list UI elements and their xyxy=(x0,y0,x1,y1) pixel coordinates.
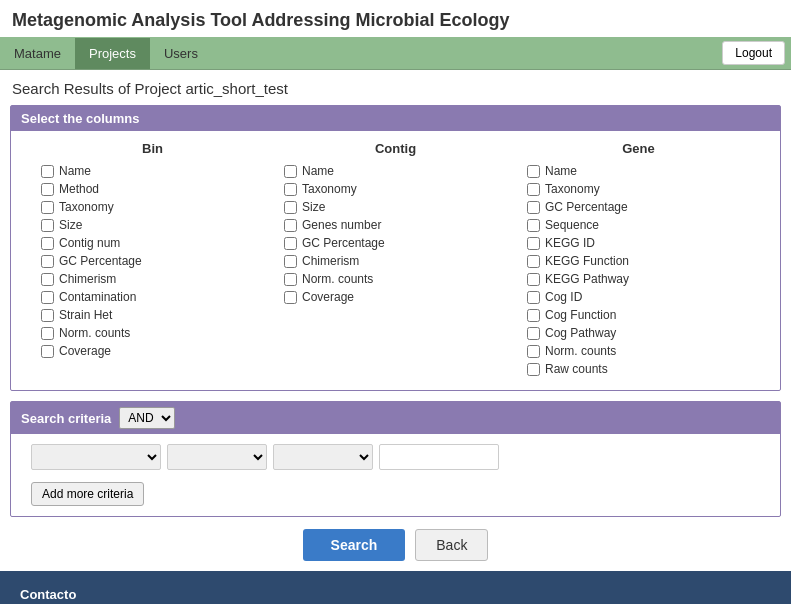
list-item: Name xyxy=(527,164,750,178)
list-item: Norm. counts xyxy=(527,344,750,358)
list-item: Name xyxy=(41,164,264,178)
gene-taxonomy-checkbox[interactable] xyxy=(527,183,540,196)
bin-size-checkbox[interactable] xyxy=(41,219,54,232)
gene-name-checkbox[interactable] xyxy=(527,165,540,178)
gene-gc-percentage-checkbox[interactable] xyxy=(527,201,540,214)
list-item: Method xyxy=(41,182,264,196)
search-criteria-panel-header: Search criteria AND OR xyxy=(11,402,780,434)
bin-gc-percentage-checkbox[interactable] xyxy=(41,255,54,268)
list-item: Coverage xyxy=(284,290,507,304)
and-or-select[interactable]: AND OR xyxy=(119,407,175,429)
criteria-text-input[interactable] xyxy=(379,444,499,470)
bin-strain-het-checkbox[interactable] xyxy=(41,309,54,322)
columns-panel-header: Select the columns xyxy=(11,106,780,131)
list-item: Taxonomy xyxy=(527,182,750,196)
list-item: Sequence xyxy=(527,218,750,232)
list-item: Contig num xyxy=(41,236,264,250)
bin-chimerism-checkbox[interactable] xyxy=(41,273,54,286)
contig-gc-percentage-checkbox[interactable] xyxy=(284,237,297,250)
bin-norm-counts-checkbox[interactable] xyxy=(41,327,54,340)
list-item: Chimerism xyxy=(41,272,264,286)
contig-coverage-checkbox[interactable] xyxy=(284,291,297,304)
contig-heading: Contig xyxy=(284,141,507,156)
list-item: Norm. counts xyxy=(41,326,264,340)
search-criteria-panel: Search criteria AND OR Add more criteria xyxy=(10,401,781,517)
bin-method-checkbox[interactable] xyxy=(41,183,54,196)
gene-kegg-id-checkbox[interactable] xyxy=(527,237,540,250)
contig-column-group: Contig Name Taxonomy Size Genes number G… xyxy=(274,141,517,380)
gene-cog-id-checkbox[interactable] xyxy=(527,291,540,304)
bin-heading: Bin xyxy=(41,141,264,156)
contig-size-checkbox[interactable] xyxy=(284,201,297,214)
page-subtitle: Search Results of Project artic_short_te… xyxy=(0,70,791,105)
list-item: Contamination xyxy=(41,290,264,304)
list-item: KEGG ID xyxy=(527,236,750,250)
list-item: GC Percentage xyxy=(284,236,507,250)
bin-column-group: Bin Name Method Taxonomy Size Contig num… xyxy=(31,141,274,380)
contig-name-checkbox[interactable] xyxy=(284,165,297,178)
contig-norm-counts-checkbox[interactable] xyxy=(284,273,297,286)
gene-cog-function-checkbox[interactable] xyxy=(527,309,540,322)
gene-kegg-function-checkbox[interactable] xyxy=(527,255,540,268)
contig-taxonomy-checkbox[interactable] xyxy=(284,183,297,196)
columns-panel: Select the columns Bin Name Method Taxon… xyxy=(10,105,781,391)
nav-tab-matame[interactable]: Matame xyxy=(0,38,75,69)
columns-panel-body: Bin Name Method Taxonomy Size Contig num… xyxy=(11,131,780,390)
footer: Contacto Centro Nacional de Biotecnologí… xyxy=(0,571,791,604)
list-item: Norm. counts xyxy=(284,272,507,286)
columns-grid: Bin Name Method Taxonomy Size Contig num… xyxy=(31,141,760,380)
contig-genes-number-checkbox[interactable] xyxy=(284,219,297,232)
bin-coverage-checkbox[interactable] xyxy=(41,345,54,358)
logout-button[interactable]: Logout xyxy=(722,41,785,65)
list-item: Chimerism xyxy=(284,254,507,268)
bin-contamination-checkbox[interactable] xyxy=(41,291,54,304)
nav-tab-users[interactable]: Users xyxy=(150,38,212,69)
list-item: Genes number xyxy=(284,218,507,232)
list-item: Cog ID xyxy=(527,290,750,304)
list-item: GC Percentage xyxy=(41,254,264,268)
gene-norm-counts-checkbox[interactable] xyxy=(527,345,540,358)
gene-column-group: Gene Name Taxonomy GC Percentage Sequenc… xyxy=(517,141,760,380)
nav-tab-projects[interactable]: Projects xyxy=(75,38,150,69)
list-item: KEGG Pathway xyxy=(527,272,750,286)
list-item: Taxonomy xyxy=(284,182,507,196)
gene-kegg-pathway-checkbox[interactable] xyxy=(527,273,540,286)
gene-sequence-checkbox[interactable] xyxy=(527,219,540,232)
list-item: Cog Function xyxy=(527,308,750,322)
list-item: Strain Het xyxy=(41,308,264,322)
gene-heading: Gene xyxy=(527,141,750,156)
search-button[interactable]: Search xyxy=(303,529,406,561)
list-item: Taxonomy xyxy=(41,200,264,214)
list-item: Cog Pathway xyxy=(527,326,750,340)
gene-cog-pathway-checkbox[interactable] xyxy=(527,327,540,340)
contig-chimerism-checkbox[interactable] xyxy=(284,255,297,268)
add-more-criteria-button[interactable]: Add more criteria xyxy=(31,482,144,506)
bin-contig-num-checkbox[interactable] xyxy=(41,237,54,250)
navbar: Matame Projects Users Logout xyxy=(0,37,791,70)
footer-contact-heading: Contacto xyxy=(20,587,771,602)
bin-name-checkbox[interactable] xyxy=(41,165,54,178)
list-item: Size xyxy=(284,200,507,214)
list-item: GC Percentage xyxy=(527,200,750,214)
back-button[interactable]: Back xyxy=(415,529,488,561)
criteria-row xyxy=(31,444,760,470)
action-row: Search Back xyxy=(0,529,791,561)
list-item: Coverage xyxy=(41,344,264,358)
list-item: Size xyxy=(41,218,264,232)
criteria-field-select[interactable] xyxy=(31,444,161,470)
bin-taxonomy-checkbox[interactable] xyxy=(41,201,54,214)
app-title: Metagenomic Analysis Tool Addressing Mic… xyxy=(0,0,791,37)
gene-raw-counts-checkbox[interactable] xyxy=(527,363,540,376)
list-item: KEGG Function xyxy=(527,254,750,268)
criteria-operator-select[interactable] xyxy=(167,444,267,470)
criteria-value-select[interactable] xyxy=(273,444,373,470)
list-item: Raw counts xyxy=(527,362,750,376)
list-item: Name xyxy=(284,164,507,178)
search-criteria-panel-body: Add more criteria xyxy=(11,434,780,516)
